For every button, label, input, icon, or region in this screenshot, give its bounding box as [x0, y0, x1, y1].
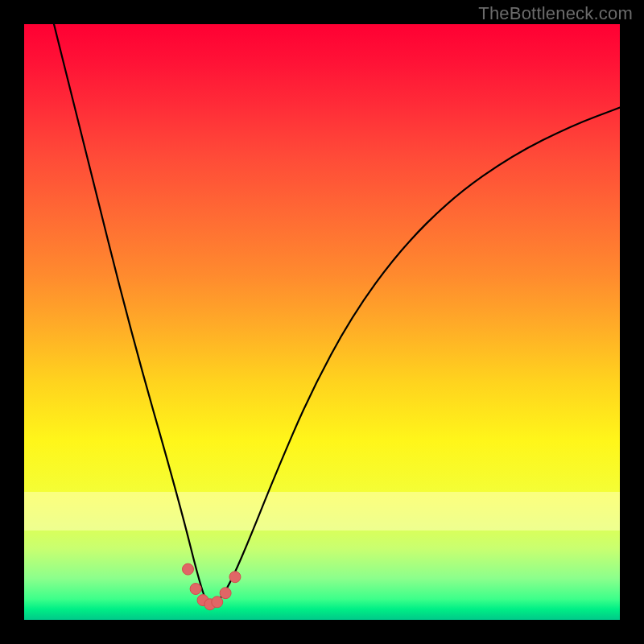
- bottleneck-curve: [54, 24, 620, 604]
- chart-container: TheBottleneck.com: [0, 0, 644, 644]
- curve-layer: [24, 24, 620, 620]
- curve-marker: [183, 564, 194, 575]
- watermark-text: TheBottleneck.com: [478, 3, 633, 24]
- curve-marker: [190, 584, 201, 595]
- plot-area: [24, 24, 620, 620]
- marker-group: [183, 564, 241, 610]
- curve-marker: [220, 588, 231, 599]
- curve-marker: [229, 572, 241, 583]
- curve-marker: [212, 597, 223, 608]
